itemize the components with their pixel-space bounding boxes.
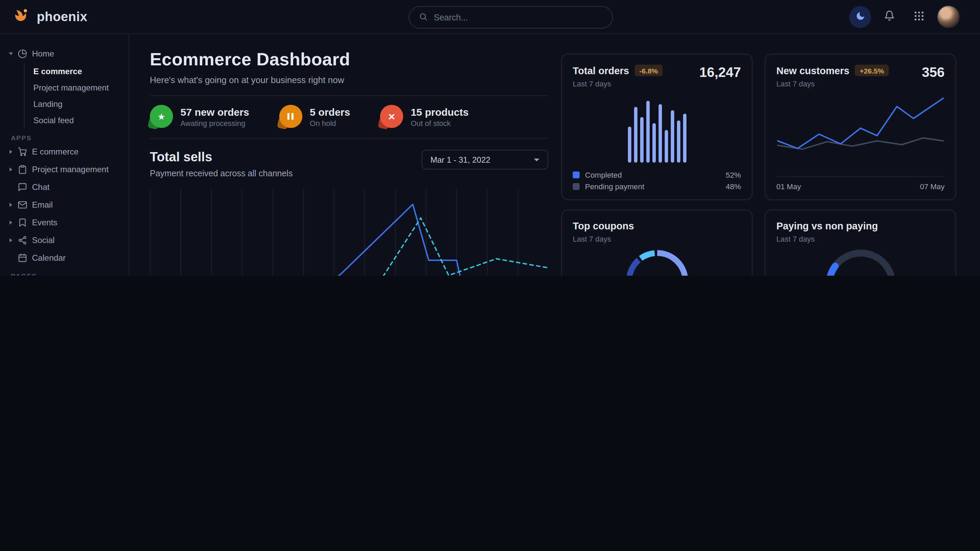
moon-icon <box>855 11 865 23</box>
stat-on-hold: 5 ordersOn hold <box>279 105 350 128</box>
stat-awating-processing: ★57 new ordersAwating processing <box>150 105 249 128</box>
bar <box>634 107 637 163</box>
divider <box>150 138 548 139</box>
sidebar-item-social[interactable]: Social <box>10 232 119 249</box>
total-sells-chart <box>150 189 548 276</box>
user-avatar-button[interactable] <box>937 5 959 28</box>
chat-icon <box>17 183 27 192</box>
sidebar-item-calendar[interactable]: Calendar <box>10 249 119 267</box>
coupons-donut-chart: 72% <box>624 248 690 276</box>
paying-vs-non-paying-card: Paying vs non paying Last 7 days Paying … <box>765 210 956 276</box>
bar <box>664 130 668 163</box>
sidebar-item-label: Social <box>32 235 54 245</box>
sidebar-item-label: Project management <box>32 165 109 174</box>
sidebar-item-chat[interactable]: Chat <box>10 178 119 196</box>
grid-dots-icon <box>913 11 924 23</box>
caret-icon <box>9 52 13 55</box>
top-coupons-card: Top coupons Last 7 days 72% Percentage d… <box>561 210 752 276</box>
caret-icon <box>10 167 12 171</box>
sidebar-item-label: Home <box>32 49 54 59</box>
sidebar-item-project-management[interactable]: Project management <box>33 79 119 96</box>
stat-caption: On hold <box>310 119 350 127</box>
x-stat-icon: × <box>380 105 403 128</box>
sidebar-item-project-management[interactable]: Project management <box>10 160 119 178</box>
clipboard-icon <box>17 165 27 174</box>
card-title: Top coupons <box>573 221 634 232</box>
apps-grid-button[interactable] <box>908 6 930 27</box>
top-navbar: phoenix <box>0 0 980 34</box>
sidebar-section-label-pages: PAGES <box>11 272 119 276</box>
search-icon <box>419 11 428 24</box>
sidebar-item-social-feed[interactable]: Social feed <box>33 112 119 129</box>
sidebar-item-label: Calendar <box>32 253 66 263</box>
legend-item-completed: Completed52% <box>573 171 741 179</box>
kpi-cards: Total orders -6.8% Last 7 days 16,247 Co… <box>561 54 956 276</box>
bar <box>658 104 662 163</box>
new-customers-value: 356 <box>922 65 945 80</box>
caret-icon <box>10 203 12 207</box>
date-range-select[interactable]: Mar 1 - 31, 2022 <box>422 150 548 170</box>
legend-value: 48% <box>725 183 741 191</box>
sidebar-item-events[interactable]: Events <box>10 214 119 232</box>
navbar-actions <box>849 5 959 28</box>
orders-legend: Completed52%Pending payment48% <box>573 171 741 191</box>
change-badge: -6.8% <box>635 65 663 76</box>
sidebar-submenu: E commerceProject managementLandingSocia… <box>24 63 119 129</box>
navbar-search[interactable] <box>409 6 613 29</box>
date-range-value: Mar 1 - 31, 2022 <box>430 155 490 164</box>
total-orders-value: 16,247 <box>699 65 741 80</box>
divider <box>150 95 548 96</box>
sidebar-item-e-commerce[interactable]: E commerce <box>10 143 119 160</box>
dashboard-left-column: Ecommerce Dashboard Here's what's going … <box>150 49 548 276</box>
star-stat-icon: ★ <box>150 105 173 128</box>
caret-icon <box>10 238 12 242</box>
notifications-button[interactable] <box>878 6 900 27</box>
calendar-icon <box>17 253 27 263</box>
sidebar-item-e-commerce[interactable]: E commerce <box>33 63 119 79</box>
page-subtitle: Here's what's going on at your business … <box>150 75 548 85</box>
x-tick: 01 May <box>776 183 801 191</box>
total-orders-card: Total orders -6.8% Last 7 days 16,247 Co… <box>561 54 752 200</box>
bell-icon <box>884 10 895 23</box>
stat-caption: Awating processing <box>180 119 249 127</box>
theme-toggle-button[interactable] <box>849 6 871 27</box>
card-title: Total orders <box>573 65 629 76</box>
dashboard-top-section: Ecommerce Dashboard Here's what's going … <box>129 49 980 276</box>
legend-item-pending-payment: Pending payment48% <box>573 183 741 191</box>
search-input[interactable] <box>434 13 603 22</box>
sidebar-item-label: Events <box>32 218 57 227</box>
main-content: Ecommerce Dashboard Here's what's going … <box>129 34 980 276</box>
total-sells-title: Total sells <box>150 150 293 165</box>
stat-value: 57 new orders <box>180 106 249 118</box>
sidebar-item-email[interactable]: Email <box>10 196 119 214</box>
sidebar-item-label: Email <box>32 200 53 210</box>
stat-out-of-stock: ×15 productsOut of stock <box>380 105 469 128</box>
cart-icon <box>17 147 27 157</box>
new-customers-x-axis: 01 May 07 May <box>776 176 945 191</box>
sidebar-item-landing[interactable]: Landing <box>33 96 119 112</box>
orders-bar-chart <box>573 88 741 171</box>
legend-value: 52% <box>725 171 741 179</box>
bar <box>670 110 674 163</box>
sidebar-item-label: Chat <box>32 183 50 192</box>
chevron-down-icon <box>534 158 539 161</box>
brand[interactable]: phoenix <box>14 7 88 27</box>
phoenix-logo-icon <box>14 7 31 27</box>
card-period: Last 7 days <box>776 79 889 88</box>
caret-icon <box>10 150 12 154</box>
legend-label: Completed <box>585 171 622 179</box>
legend-swatch <box>573 183 579 190</box>
new-customers-card: New customers +26.5% Last 7 days 356 01 … <box>765 54 956 200</box>
paying-gauge-chart <box>818 247 904 276</box>
sidebar-section-label-apps: APPS <box>11 134 119 141</box>
legend-label: Pending payment <box>585 183 644 191</box>
card-period: Last 7 days <box>573 235 634 243</box>
legend-swatch <box>573 171 579 178</box>
bar <box>683 114 686 163</box>
sidebar: HomeE commerceProject managementLandingS… <box>0 34 129 276</box>
bar <box>676 120 680 163</box>
new-customers-chart <box>778 96 943 171</box>
bar <box>628 127 631 163</box>
donut-center-label: 72% <box>624 248 690 276</box>
sidebar-item-home[interactable]: Home <box>10 45 119 63</box>
